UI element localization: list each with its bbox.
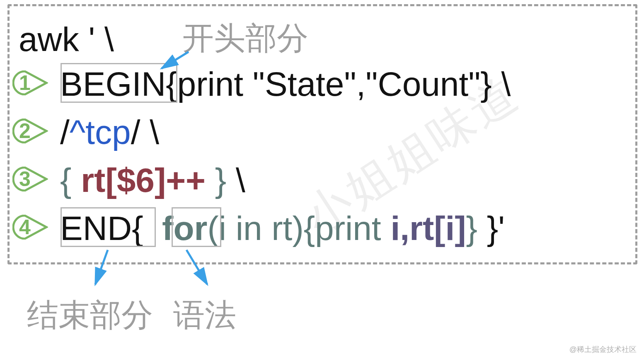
bullet-3: 3 (12, 167, 48, 191)
bullet-2-num: 2 (12, 119, 37, 143)
code-line-2: /^tcp/ \ (60, 113, 159, 152)
awk-token: awk ' \ (19, 20, 114, 58)
ann-for (172, 207, 221, 247)
code-line-3: { rt[$6]++ } \ (60, 161, 245, 200)
close-all: }' (477, 209, 505, 247)
for-args: (i in rt){ (207, 209, 315, 247)
arrow-for-down (178, 248, 220, 289)
svg-line-2 (186, 250, 207, 284)
print-token-4: print (315, 209, 381, 247)
bullet-3-num: 3 (12, 167, 37, 191)
code-line-0: awk ' \ (19, 20, 114, 59)
bullet-4-num: 4 (12, 215, 37, 240)
watermark-small: @稀土掘金技术社区 (569, 344, 637, 354)
regex-token: ^tcp (70, 113, 131, 151)
bullet-4: 4 (12, 215, 48, 240)
svg-line-1 (95, 250, 108, 284)
label-syntax: 语法 (173, 294, 236, 337)
label-opening: 开头部分 (182, 17, 308, 60)
arrow-end-down (83, 248, 116, 289)
rest-token-1: "State","Count"} \ (243, 65, 511, 103)
bullet-2: 2 (12, 119, 48, 143)
rt-body: rt[$6]++ (81, 161, 206, 199)
brace-open-3: { (60, 161, 81, 199)
brace-close-3-a: } (206, 161, 226, 199)
slash-open: / (60, 113, 70, 151)
arrow-to-begin (157, 50, 191, 75)
svg-line-0 (162, 52, 189, 68)
irt-token: i,rt[i] (381, 209, 466, 247)
ann-end (61, 207, 156, 247)
bullet-1: 1 (12, 70, 48, 95)
brace-inner-close: } (466, 209, 477, 247)
bs-3: \ (226, 161, 245, 199)
bullet-1-num: 1 (12, 70, 37, 95)
label-ending: 结束部分 (27, 294, 153, 337)
slash-close: / \ (131, 113, 159, 151)
